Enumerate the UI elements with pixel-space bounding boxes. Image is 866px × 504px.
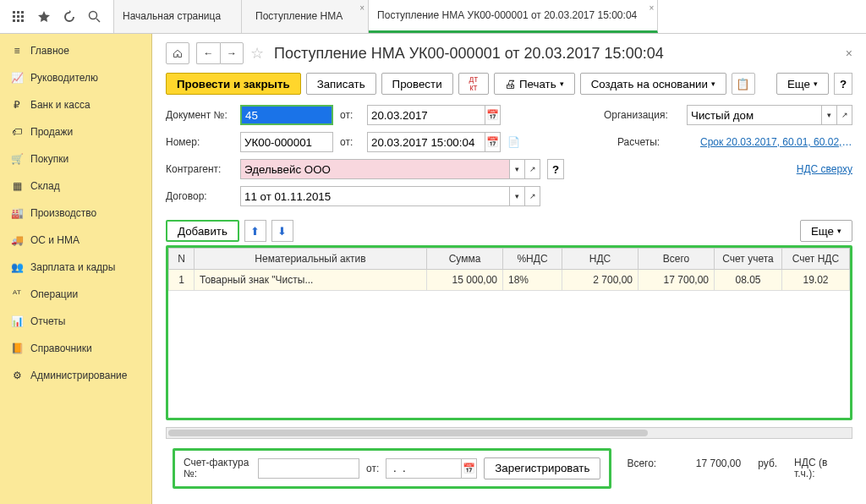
sidebar-item-purchases[interactable]: 🛒Покупки (0, 145, 151, 173)
document-toolbar: Провести и закрыть Записать Провести дтк… (166, 73, 852, 95)
svg-rect-7 (17, 19, 19, 22)
dropdown-icon[interactable]: ▾ (510, 159, 525, 179)
tab-receipt-nma[interactable]: Поступление НМА× (242, 0, 369, 33)
cell-acct[interactable]: 08.05 (715, 270, 782, 291)
table-row[interactable]: 1 Товарный знак "Чисты... 15 000,00 18% … (169, 270, 850, 291)
favorite-icon[interactable]: ☆ (250, 44, 264, 63)
cell-sum[interactable]: 15 000,00 (427, 270, 503, 291)
sidebar-item-manager[interactable]: 📈Руководителю (0, 64, 151, 91)
sidebar-item-label: Покупки (30, 153, 69, 165)
main: ≡Главное 📈Руководителю ₽Банк и касса 🏷Пр… (0, 34, 866, 504)
org-input[interactable] (687, 105, 822, 125)
label-contract: Договор: (166, 190, 233, 202)
move-up-button[interactable]: ⬆ (244, 220, 266, 242)
cell-vatrate[interactable]: 18% (503, 270, 562, 291)
table-header-row: N Нематериальный актив Сумма %НДС НДС Вс… (169, 249, 850, 270)
unpost-icon[interactable]: 📄 (507, 136, 520, 148)
forward-button[interactable]: → (220, 42, 244, 64)
tab-receipt-nma-doc[interactable]: Поступление НМА УК00-000001 от 20.03.201… (369, 0, 658, 33)
sidebar-item-os-nma[interactable]: 🚚ОС и НМА (0, 227, 151, 254)
number-input[interactable] (240, 132, 333, 152)
vat-link[interactable]: НДС сверху (797, 163, 852, 175)
open-icon[interactable]: ↗ (837, 105, 852, 125)
th-vatrate: %НДС (503, 249, 562, 270)
th-asset: Нематериальный актив (195, 249, 427, 270)
sidebar-item-admin[interactable]: ⚙Администрирование (0, 362, 151, 389)
calendar-icon[interactable]: 📅 (462, 458, 477, 479)
table-toolbar: Добавить ⬆ ⬇ Еще▾ (166, 220, 852, 242)
sidebar-item-production[interactable]: 🏭Производство (0, 200, 151, 227)
sidebar-item-label: Производство (30, 207, 96, 219)
docdate-input[interactable] (367, 105, 485, 125)
tab-label: Начальная страница (123, 10, 221, 22)
book-icon: 📙 (10, 342, 24, 355)
svg-rect-3 (13, 15, 15, 18)
register-invoice-button[interactable]: Зарегистрировать (484, 457, 600, 479)
chevron-down-icon: ▾ (560, 79, 564, 88)
dropdown-icon[interactable]: ▾ (510, 186, 525, 206)
sidebar-item-reports[interactable]: 📊Отчеты (0, 308, 151, 335)
sidebar-item-main[interactable]: ≡Главное (0, 37, 151, 64)
close-document[interactable]: × (846, 47, 852, 60)
sidebar-item-label: Отчеты (30, 315, 65, 327)
more-button[interactable]: Еще▾ (776, 73, 829, 95)
svg-rect-2 (21, 11, 24, 14)
apps-icon[interactable] (7, 5, 30, 29)
horizontal-scrollbar[interactable] (166, 427, 852, 439)
home-button[interactable] (166, 42, 189, 64)
open-icon[interactable]: ↗ (525, 159, 540, 179)
sidebar-item-operations[interactable]: ᴬᵀОперации (0, 281, 151, 308)
search-icon[interactable] (83, 5, 107, 29)
header-row: ←→ ☆ Поступление НМА УК00-000001 от 20.0… (166, 42, 852, 64)
help-button[interactable]: ? (834, 73, 852, 95)
dt-kt-button[interactable]: дткт (458, 73, 489, 95)
star-icon[interactable] (32, 5, 56, 29)
contract-input[interactable] (240, 186, 510, 206)
create-based-button[interactable]: Создать на основании▾ (580, 73, 726, 95)
post-and-close-button[interactable]: Провести и закрыть (166, 73, 301, 95)
tab-home[interactable]: Начальная страница (113, 0, 242, 33)
save-button[interactable]: Записать (306, 73, 376, 95)
close-icon[interactable]: × (649, 3, 654, 13)
form-row-number: Номер: от: 📅 📄 Расчеты: Срок 20.03.2017,… (166, 132, 852, 152)
post-button[interactable]: Провести (381, 73, 453, 95)
printer-icon: 🖨 (505, 78, 516, 90)
calendar-icon[interactable]: 📅 (485, 132, 501, 152)
sidebar-item-stock[interactable]: ▦Склад (0, 173, 151, 200)
invoice-number-input[interactable] (258, 458, 359, 479)
cell-vatacct[interactable]: 19.02 (782, 270, 850, 291)
history-icon[interactable] (58, 5, 81, 29)
open-icon[interactable]: ↗ (525, 186, 540, 206)
move-down-button[interactable]: ⬇ (271, 220, 293, 242)
sidebar-item-references[interactable]: 📙Справочники (0, 335, 151, 362)
total-value: 17 700,00 (673, 457, 741, 469)
scroll-thumb[interactable] (168, 430, 648, 436)
dropdown-icon[interactable]: ▾ (822, 105, 837, 125)
calendar-icon[interactable]: 📅 (485, 105, 501, 125)
label-docno: Документ №: (166, 109, 233, 121)
cell-n[interactable]: 1 (169, 270, 195, 291)
table-more-button[interactable]: Еще▾ (800, 220, 852, 242)
cell-total[interactable]: 17 700,00 (639, 270, 715, 291)
numberdate-input[interactable] (367, 132, 485, 152)
invoice-date-input[interactable] (386, 458, 462, 479)
close-icon[interactable]: × (359, 3, 364, 13)
sidebar-item-bank[interactable]: ₽Банк и касса (0, 91, 151, 118)
print-button[interactable]: 🖨Печать▾ (494, 73, 575, 95)
add-row-button[interactable]: Добавить (166, 220, 239, 242)
counterparty-input[interactable] (240, 159, 510, 179)
sidebar-item-label: ОС и НМА (30, 234, 79, 246)
topbar-icon-group (0, 0, 113, 33)
sidebar-item-sales[interactable]: 🏷Продажи (0, 118, 151, 145)
sidebar-item-label: Банк и касса (30, 99, 90, 111)
cell-asset[interactable]: Товарный знак "Чисты... (195, 270, 427, 291)
th-n: N (169, 249, 195, 270)
attachment-button[interactable]: 📋 (732, 73, 755, 95)
svg-point-9 (90, 11, 97, 19)
field-help-button[interactable]: ? (547, 159, 564, 179)
sidebar-item-salary[interactable]: 👥Зарплата и кадры (0, 254, 151, 281)
back-button[interactable]: ← (196, 42, 220, 64)
calc-link[interactable]: Срок 20.03.2017, 60.01, 60.02, зачет ава… (700, 136, 852, 148)
docno-input[interactable] (240, 105, 333, 125)
cell-vat[interactable]: 2 700,00 (562, 270, 639, 291)
